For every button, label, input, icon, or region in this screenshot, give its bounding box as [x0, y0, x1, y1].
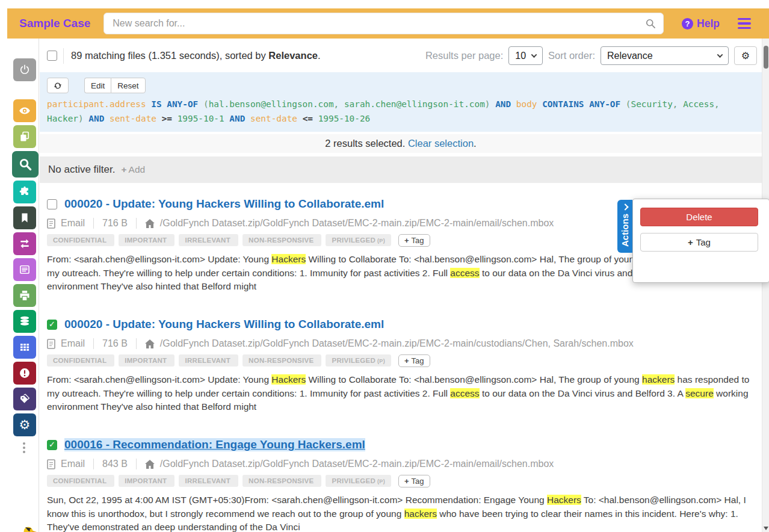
sort-order-label: Sort order:: [548, 50, 595, 61]
result-checkbox[interactable]: [47, 199, 57, 209]
sidebar-item-search[interactable]: [12, 151, 39, 178]
sidebar-item-bookmarks[interactable]: [13, 206, 36, 229]
result-size: 843 B: [102, 459, 128, 469]
clear-selection-link[interactable]: Clear selection: [408, 138, 474, 149]
sidebar-item-table[interactable]: [13, 336, 36, 359]
tag-chip[interactable]: PRIVILEGED(P): [326, 354, 391, 367]
sidebar-item-transfer[interactable]: [13, 232, 36, 255]
sidebar-item-power[interactable]: [13, 58, 36, 81]
sidebar-item-tags[interactable]: [13, 388, 36, 410]
result-title-link[interactable]: 000020 - Update: Young Hackers Willing t…: [64, 318, 384, 331]
email-file-icon: [47, 339, 55, 349]
bookmark-icon: [19, 212, 31, 224]
sort-order-select[interactable]: Relevance: [601, 46, 729, 65]
tag-chip[interactable]: NON-RESPONSIVE: [242, 234, 321, 246]
plus-icon: +: [404, 356, 409, 365]
divider: [136, 459, 137, 469]
tag-chip[interactable]: IMPORTANT: [119, 475, 174, 487]
edit-query-button[interactable]: Edit: [84, 78, 111, 93]
tag-chip[interactable]: IMPORTANT: [119, 234, 174, 246]
tag-chip[interactable]: IMPORTANT: [119, 354, 174, 367]
add-tag-button[interactable]: +Tag: [398, 354, 430, 367]
tag-button[interactable]: +Tag: [640, 233, 758, 252]
goldfynch-logo: [10, 521, 37, 532]
swap-arrows-icon: [19, 238, 31, 250]
database-icon: [19, 315, 31, 327]
sidebar-item-plugins[interactable]: [13, 181, 36, 203]
search-input[interactable]: [103, 13, 664, 34]
scrollbar-thumb[interactable]: [764, 46, 768, 69]
sidebar-item-alerts[interactable]: [13, 362, 36, 385]
hamburger-menu-icon[interactable]: [738, 18, 751, 29]
tag-chip[interactable]: IRRELEVANT: [179, 354, 238, 367]
select-all-checkbox[interactable]: [47, 51, 57, 61]
search-icon[interactable]: [644, 17, 656, 32]
tags-icon: [19, 393, 31, 405]
result-filetype: Email: [61, 218, 85, 229]
tag-chip[interactable]: IRRELEVANT: [179, 234, 238, 246]
add-filter-button[interactable]: + Add: [122, 164, 146, 175]
tag-chip[interactable]: NON-RESPONSIVE: [242, 475, 321, 487]
form-icon: [19, 264, 31, 276]
sidebar-item-forms[interactable]: [13, 258, 36, 281]
add-tag-button[interactable]: +Tag: [398, 475, 430, 487]
result-size: 716 B: [102, 218, 128, 229]
sidebar-item-duplicates[interactable]: [13, 125, 36, 148]
grid-icon: [19, 341, 31, 353]
result-filetype: Email: [61, 338, 85, 349]
actions-tab-label: Actions: [620, 214, 630, 247]
result-item: 000016 - Recommendation: Engage Young Ha…: [47, 433, 756, 532]
divider: [93, 459, 94, 469]
gear-icon: ⚙: [19, 419, 31, 431]
result-checkbox[interactable]: [47, 320, 57, 330]
result-checkbox[interactable]: [47, 440, 57, 450]
sidebar-item-view[interactable]: [13, 99, 36, 122]
query-edit-group: Edit Reset: [84, 78, 146, 93]
tag-chip[interactable]: PRIVILEGED(P): [326, 234, 391, 246]
sidebar-item-settings[interactable]: ⚙: [13, 413, 36, 436]
tag-chip[interactable]: IRRELEVANT: [179, 475, 238, 487]
result-title-link[interactable]: 000016 - Recommendation: Engage Young Ha…: [64, 438, 365, 451]
vertical-scrollbar[interactable]: [762, 39, 769, 532]
tag-chip[interactable]: CONFIDENTIAL: [47, 475, 114, 487]
add-tag-button[interactable]: +Tag: [398, 234, 430, 247]
divider: [93, 338, 94, 349]
scroll-down-arrow-icon[interactable]: [764, 527, 768, 530]
help-button[interactable]: ? Help: [682, 17, 720, 30]
tag-chip[interactable]: PRIVILEGED(P): [326, 475, 391, 487]
chevron-down-icon: [531, 52, 537, 58]
tag-chip[interactable]: NON-RESPONSIVE: [242, 354, 321, 367]
main-content: 89 matching files (1.351 seconds), sorte…: [40, 39, 762, 532]
query-toolbar: Edit Reset: [47, 78, 755, 93]
puzzle-icon: [19, 186, 31, 198]
result-path: /GoldFynch Dataset.zip/GoldFynch Dataset…: [160, 338, 634, 349]
printer-icon: [19, 289, 31, 302]
help-label: Help: [697, 17, 720, 30]
sidebar-item-database[interactable]: [13, 310, 36, 333]
copy-icon: [19, 131, 31, 143]
reset-query-button[interactable]: Reset: [111, 78, 145, 93]
divider: [136, 218, 137, 229]
app-window: Sample Case ? Help: [0, 0, 769, 532]
sidebar: ⚙: [0, 39, 39, 532]
case-name[interactable]: Sample Case: [19, 17, 90, 30]
plus-icon: +: [122, 164, 127, 175]
plus-icon: +: [688, 237, 693, 247]
plus-icon: +: [404, 236, 409, 245]
home-icon: [145, 339, 155, 348]
result-tags-row: CONFIDENTIAL IMPORTANT IRRELEVANT NON-RE…: [47, 474, 756, 487]
per-page-select[interactable]: 10: [508, 46, 543, 65]
home-icon: [145, 219, 155, 228]
more-options-icon[interactable]: [23, 442, 39, 453]
eye-icon: [19, 105, 31, 117]
divider: [63, 48, 64, 64]
actions-tab[interactable]: Actions: [617, 200, 632, 253]
result-title-link[interactable]: 000020 - Update: Young Hackers Willing t…: [64, 197, 384, 211]
results-settings-button[interactable]: ⚙: [734, 46, 757, 65]
refresh-button[interactable]: [47, 78, 69, 93]
tag-chip[interactable]: CONFIDENTIAL: [47, 234, 114, 246]
query-panel: Edit Reset participant.address IS ANY-OF…: [40, 72, 762, 132]
tag-chip[interactable]: CONFIDENTIAL: [47, 354, 114, 367]
delete-button[interactable]: Delete: [640, 208, 758, 226]
sidebar-item-print[interactable]: [13, 284, 36, 307]
